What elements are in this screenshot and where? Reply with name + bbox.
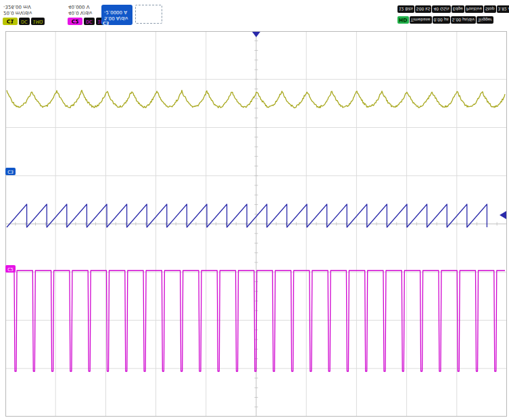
trigger-time-marker-icon[interactable] [252,32,260,37]
channel-tab-c2[interactable]: C2 [68,18,82,25]
c2-zero-level-marker[interactable]: C2 [5,265,16,273]
c3-offset: -2.0000 A [104,9,128,15]
trigger-slope-chip[interactable]: Positive [465,5,483,13]
channel-descriptor-c1[interactable]: C1 DC 1MΩ 20.0 mV/div -326.00 mV [3,3,65,25]
channel-tab-c1[interactable]: C1 [3,18,18,25]
timebase-title-chip[interactable]: Timebase [410,16,432,24]
c3-zero-level-marker[interactable]: C3 [5,168,16,175]
c2-coupling-chip: DC [84,18,95,25]
c1-values: 20.0 mV/div -326.00 mV [3,4,32,16]
c2-zero-level-label: C2 [7,265,14,273]
trigger-mode-chip[interactable]: Stop [484,5,496,13]
c3-scale: 5.00 A/div [104,15,128,21]
descriptor-bar-flipped-content: C1 DC 1MΩ 20.0 mV/div -326.00 mV C2 DC 1… [0,0,509,27]
waveform-display: C3 C2 [5,31,507,417]
c2-scale: 40.0 V/div [68,10,93,16]
c3-values: 5.00 A/div -2.0000 A [104,9,128,21]
c1-impedance-chip: 1MΩ [31,18,45,25]
c2-offset: 40.000 V [68,4,93,10]
sample-rate-chip: 40 GS/s [432,5,450,13]
c1-scale: 20.0 mV/div [3,10,32,16]
trigger-title-chip[interactable]: Trigger [477,16,493,24]
trigger-level-marker-icon[interactable] [500,211,506,219]
timebase-trigger-row-1: HD Timebase 0.00 µs 5.00 µs/div Trigger [397,16,493,24]
timebase-trigger-row-2: 12 Bits 500 kS 40 GS/s Edge Positive Sto… [397,5,509,14]
c1-offset: -326.00 mV [3,4,32,10]
sample-count-chip: 500 kS [415,5,432,13]
adc-bits-chip: 12 Bits [397,5,414,13]
c3-zero-level-label: C3 [7,168,14,175]
c1-coupling-chip: DC [19,18,30,25]
timebase-position-chip[interactable]: 0.00 µs [433,16,450,24]
trigger-type-chip[interactable]: Edge [452,5,464,13]
c2-values: 40.0 V/div 40.000 V [68,4,93,16]
timebase-per-div-chip[interactable]: 5.00 µs/div [451,16,476,24]
hd-badge: HD [397,16,409,24]
empty-channel-slot[interactable] [135,5,162,24]
c1-tab-row: C1 DC 1MΩ [3,17,45,25]
trigger-level-chip[interactable]: 3.82 A [497,5,509,13]
channel-descriptor-c3-selected[interactable]: C3 5.00 A/div -2.0000 A [101,5,132,25]
oscilloscope-screen: C1 DC 1MΩ 20.0 mV/div -326.00 mV C2 DC 1… [0,0,509,420]
waveform-svg [5,31,507,417]
descriptor-bar: C1 DC 1MΩ 20.0 mV/div -326.00 mV C2 DC 1… [0,0,509,27]
